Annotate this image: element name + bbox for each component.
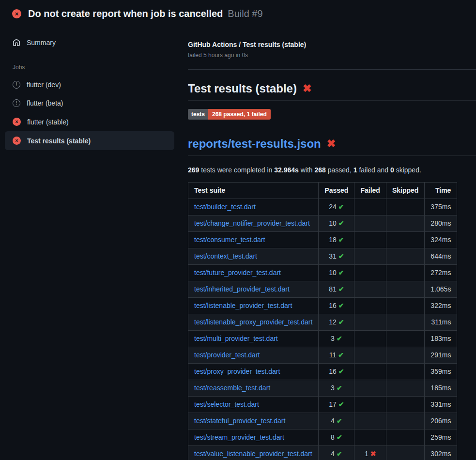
passed-cell: 16✔ <box>319 364 354 380</box>
job-label: flutter (stable) <box>27 118 69 126</box>
passed-cell: 3✔ <box>319 331 354 347</box>
test-suite-link[interactable]: test/stateful_provider_test.dart <box>194 417 285 425</box>
time-cell: 1.065s <box>425 281 457 298</box>
test-suite-link[interactable]: test/consumer_test.dart <box>194 236 265 244</box>
table-row: test/stateful_provider_test.dart4✔206ms <box>188 413 457 429</box>
time-cell: 302ms <box>425 446 457 460</box>
test-suite-link[interactable]: test/selector_test.dart <box>194 400 259 408</box>
failed-cell <box>354 232 386 248</box>
summary-text: skipped. <box>394 166 421 174</box>
badge-key: tests <box>188 109 208 120</box>
section-title: Test results (stable) ✖ <box>188 82 476 101</box>
report-file-link[interactable]: reports/test-results.json <box>188 137 321 151</box>
test-suite-link[interactable]: test/value_listenable_provider_test.dart <box>194 450 312 458</box>
suite-cell: test/consumer_test.dart <box>188 232 319 248</box>
passed-count: 12 <box>329 318 337 326</box>
test-results-table: Test suite Passed Failed Skipped Time te… <box>188 182 457 460</box>
table-row: test/multi_provider_test.dart3✔183ms <box>188 331 457 347</box>
skipped-count: 0 <box>390 166 394 174</box>
test-suite-link[interactable]: test/proxy_provider_test.dart <box>194 368 280 375</box>
summary-text: with <box>299 166 315 174</box>
suite-cell: test/listenable_provider_test.dart <box>188 298 319 314</box>
failed-count: 1 <box>353 166 357 174</box>
time-cell: 259ms <box>425 429 457 446</box>
job-label: flutter (dev) <box>27 81 61 89</box>
skipped-cell <box>386 232 424 248</box>
test-suite-link[interactable]: test/multi_provider_test.dart <box>194 335 278 342</box>
sidebar-item-test-results-stable[interactable]: × Test results (stable) <box>5 131 174 150</box>
run-header: × Do not create report when job is cance… <box>0 0 476 26</box>
suite-cell: test/stateful_provider_test.dart <box>188 413 319 429</box>
x-icon: ✖ <box>370 450 376 458</box>
test-suite-link[interactable]: test/inherited_provider_test.dart <box>194 285 290 293</box>
suite-cell: test/builder_test.dart <box>188 199 319 215</box>
suite-cell: test/change_notifier_provider_test.dart <box>188 215 319 232</box>
failed-cell <box>354 298 386 314</box>
test-suite-link[interactable]: test/context_test.dart <box>194 252 257 260</box>
table-row: test/listenable_proxy_provider_test.dart… <box>188 314 457 331</box>
test-suite-link[interactable]: test/stream_provider_test.dart <box>194 433 284 441</box>
passed-cell: 10✔ <box>319 215 354 232</box>
suite-cell: test/provider_test.dart <box>188 347 319 364</box>
passed-count: 10 <box>329 269 337 276</box>
table-row: test/consumer_test.dart18✔324ms <box>188 232 457 248</box>
test-suite-link[interactable]: test/listenable_proxy_provider_test.dart <box>194 318 312 326</box>
failed-cell <box>354 199 386 215</box>
table-row: test/builder_test.dart24✔375ms <box>188 199 457 215</box>
test-suite-link[interactable]: test/builder_test.dart <box>194 203 256 211</box>
table-row: test/listenable_provider_test.dart16✔322… <box>188 298 457 314</box>
main-content: GitHub Actions / Test results (stable) f… <box>179 26 476 460</box>
passed-count: 3 <box>331 384 335 392</box>
passed-cell: 16✔ <box>319 298 354 314</box>
passed-cell: 3✔ <box>319 380 354 397</box>
failed-cell <box>354 397 386 413</box>
time-cell: 206ms <box>425 413 457 429</box>
table-header-row: Test suite Passed Failed Skipped Time <box>188 183 457 199</box>
skipped-cell <box>386 429 424 446</box>
passed-count: 8 <box>331 433 335 441</box>
sidebar-item-summary[interactable]: Summary <box>5 35 174 50</box>
test-suite-link[interactable]: test/change_notifier_provider_test.dart <box>194 219 310 227</box>
skipped-cell <box>386 265 424 281</box>
skipped-cell <box>386 397 424 413</box>
sidebar-item-flutter-stable[interactable]: × flutter (stable) <box>5 112 174 131</box>
sidebar-item-flutter-dev[interactable]: ! flutter (dev) <box>5 76 174 94</box>
check-icon: ✔ <box>338 219 344 227</box>
failed-x-mark-icon: ✖ <box>327 138 336 149</box>
time-cell: 322ms <box>425 298 457 314</box>
table-row: test/proxy_provider_test.dart16✔359ms <box>188 364 457 380</box>
test-suite-link[interactable]: test/reassemble_test.dart <box>194 384 270 392</box>
check-icon: ✔ <box>338 368 344 375</box>
badge-value: 268 passed, 1 failed <box>208 109 271 120</box>
test-suite-link[interactable]: test/listenable_provider_test.dart <box>194 302 292 309</box>
summary-line: 269 tests were completed in 32.964s with… <box>188 166 476 174</box>
skipped-cell <box>386 215 424 232</box>
test-suite-link[interactable]: test/provider_test.dart <box>194 351 260 359</box>
total-count: 269 <box>188 166 199 174</box>
test-suite-link[interactable]: test/future_provider_test.dart <box>194 269 281 276</box>
check-icon: ✔ <box>338 236 344 244</box>
column-header-skipped: Skipped <box>386 183 424 199</box>
table-row: test/future_provider_test.dart10✔272ms <box>188 265 457 281</box>
check-icon: ✔ <box>338 351 344 359</box>
failed-x-circle-icon: × <box>13 137 21 145</box>
failed-cell <box>354 248 386 265</box>
suite-cell: test/listenable_proxy_provider_test.dart <box>188 314 319 331</box>
time-cell: 644ms <box>425 248 457 265</box>
time-cell: 280ms <box>425 215 457 232</box>
skipped-cell <box>386 364 424 380</box>
passed-cell: 8✔ <box>319 429 354 446</box>
jobs-section-label: Jobs <box>13 64 174 71</box>
check-icon: ✔ <box>338 302 344 309</box>
skipped-cell <box>386 331 424 347</box>
sidebar-item-flutter-beta[interactable]: ! flutter (beta) <box>5 94 174 112</box>
column-header-failed: Failed <box>354 183 386 199</box>
run-meta: failed 5 hours ago in 0s <box>188 52 476 59</box>
suite-cell: test/reassemble_test.dart <box>188 380 319 397</box>
failed-x-circle-icon: × <box>12 9 21 18</box>
job-label: flutter (beta) <box>27 99 63 107</box>
passed-cell: 4✔ <box>319 446 354 460</box>
job-label: Test results (stable) <box>27 137 91 145</box>
failed-cell <box>354 347 386 364</box>
table-row: test/provider_test.dart11✔291ms <box>188 347 457 364</box>
